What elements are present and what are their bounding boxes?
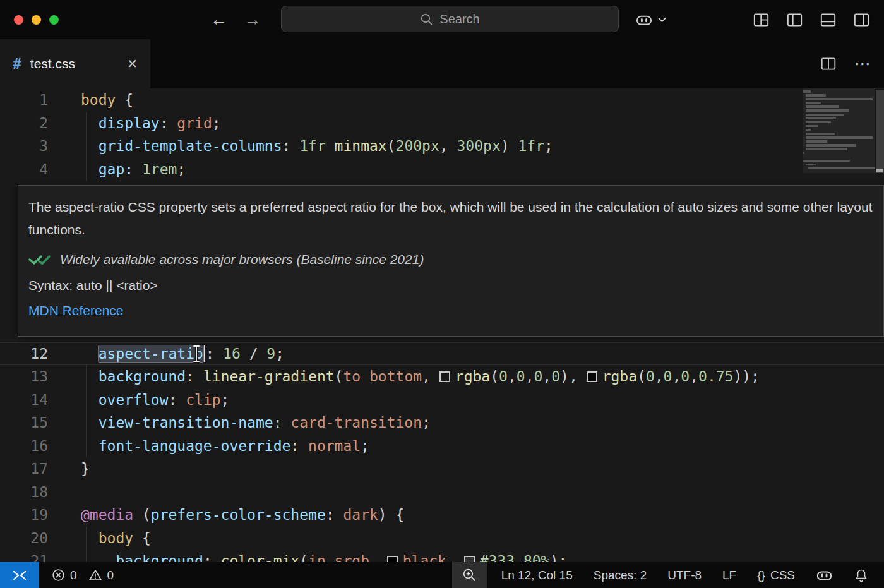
code-line[interactable]: 19@media (prefers-color-scheme: dark) { — [0, 503, 884, 527]
code-line[interactable]: 18 — [0, 481, 884, 504]
forward-button[interactable]: → — [244, 11, 261, 28]
color-swatch[interactable] — [587, 371, 597, 382]
code-line[interactable]: 14 overflow: clip; — [0, 388, 884, 412]
vscode-window: ← → Search — [0, 0, 884, 588]
search-placeholder: Search — [439, 12, 479, 27]
notifications-bell-icon[interactable] — [854, 568, 869, 583]
zoom-status[interactable] — [452, 562, 487, 588]
line-number: 14 — [0, 388, 48, 412]
tab-test-css[interactable]: # test.css ✕ — [0, 39, 150, 88]
line-number: 16 — [0, 435, 48, 458]
indent-guide — [86, 365, 87, 457]
language-mode-status[interactable]: {} CSS — [757, 568, 795, 582]
copilot-menu[interactable] — [635, 0, 667, 39]
line-number: 2 — [0, 112, 48, 135]
more-actions-icon[interactable]: ⋯ — [854, 54, 871, 74]
indent-guide — [86, 527, 87, 562]
line-number: 21 — [0, 549, 48, 562]
code-line[interactable]: 21 background: color-mix(in srgb, black,… — [0, 549, 884, 562]
editor[interactable]: 1body {2 display: grid;3 grid-template-c… — [0, 88, 884, 562]
tooltip-baseline-text: Widely available across major browsers (… — [60, 252, 424, 267]
indent-guide — [86, 112, 87, 181]
close-window-button[interactable] — [14, 15, 23, 25]
remote-icon — [11, 568, 28, 583]
overview-ruler-cursor-marker — [876, 169, 883, 172]
color-swatch[interactable] — [464, 556, 475, 562]
line-number: 20 — [0, 527, 48, 550]
warnings-count: 0 — [107, 568, 114, 582]
command-center-search[interactable]: Search — [281, 6, 619, 32]
encoding-status[interactable]: UTF-8 — [667, 568, 702, 582]
line-number: 4 — [0, 158, 48, 181]
line-number: 15 — [0, 411, 48, 435]
line-number: 12 — [0, 342, 48, 366]
line-number: 3 — [0, 135, 48, 158]
line-number: 17 — [0, 457, 48, 481]
errors-icon — [52, 568, 65, 582]
minimap-slider[interactable] — [803, 88, 875, 173]
line-number: 1 — [0, 88, 48, 112]
css-file-icon: # — [13, 56, 21, 72]
color-swatch[interactable] — [439, 371, 450, 382]
color-swatch[interactable] — [387, 556, 398, 562]
split-editor-icon[interactable] — [820, 56, 837, 72]
customize-layout-icon[interactable] — [753, 11, 770, 28]
back-button[interactable]: ← — [210, 11, 227, 28]
mouse-cursor-ibeam — [191, 344, 201, 363]
warnings-icon — [88, 568, 102, 582]
status-bar: 0 0 Ln 12, Col 15 Spaces: 2 UTF-8 LF {} — [0, 562, 884, 588]
tooltip-syntax: Syntax: auto || <ratio> — [28, 278, 873, 293]
code-line[interactable]: 13 background: linear-gradient(to bottom… — [0, 365, 884, 388]
indentation-status[interactable]: Spaces: 2 — [594, 568, 647, 582]
line-number: 13 — [0, 365, 48, 388]
hover-tooltip: The aspect-ratio CSS property sets a pre… — [18, 185, 884, 337]
copilot-icon — [635, 11, 653, 28]
code-line[interactable]: 2 display: grid; — [0, 112, 884, 135]
mdn-reference-link[interactable]: MDN Reference — [28, 303, 124, 318]
search-icon — [420, 13, 433, 26]
line-number: 18 — [0, 481, 48, 504]
tab-bar: # test.css ✕ ⋯ — [0, 39, 884, 88]
titlebar: ← → Search — [0, 0, 884, 39]
problems-status[interactable]: 0 0 — [52, 568, 120, 582]
minimize-window-button[interactable] — [32, 15, 41, 25]
code-line[interactable]: 1body { — [0, 88, 884, 112]
code-line[interactable]: 15 view-transition-name: card-transition… — [0, 411, 884, 435]
errors-count: 0 — [70, 568, 77, 582]
scrollbar[interactable] — [876, 90, 884, 173]
window-controls — [14, 15, 59, 25]
toggle-panel-icon[interactable] — [820, 11, 837, 28]
baseline-widely-available-icon — [28, 253, 51, 266]
line-number: 19 — [0, 503, 48, 527]
code-line[interactable]: 3 grid-template-columns: 1fr minmax(200p… — [0, 135, 884, 158]
tooltip-description: The aspect-ratio CSS property sets a pre… — [28, 196, 873, 241]
toggle-secondary-sidebar-icon[interactable] — [853, 11, 870, 28]
code-line[interactable]: 20 body { — [0, 527, 884, 550]
code-line[interactable]: 17} — [0, 457, 884, 481]
zoom-in-icon — [462, 568, 477, 582]
eol-status[interactable]: LF — [722, 568, 736, 582]
braces-icon: {} — [757, 568, 765, 582]
code-line[interactable]: 12 aspect-ratio: 16 / 9; — [0, 342, 884, 366]
code-line[interactable]: 4 gap: 1rem; — [0, 158, 884, 181]
chevron-down-icon — [657, 16, 667, 23]
remote-indicator[interactable] — [0, 562, 39, 588]
toggle-primary-sidebar-icon[interactable] — [786, 11, 803, 28]
copilot-status-icon[interactable] — [816, 567, 833, 584]
code-line[interactable]: 16 font-language-override: normal; — [0, 435, 884, 458]
close-tab-icon[interactable]: ✕ — [127, 56, 138, 71]
cursor-position-status[interactable]: Ln 12, Col 15 — [501, 568, 573, 582]
tab-label: test.css — [30, 56, 75, 71]
zoom-window-button[interactable] — [49, 15, 59, 25]
